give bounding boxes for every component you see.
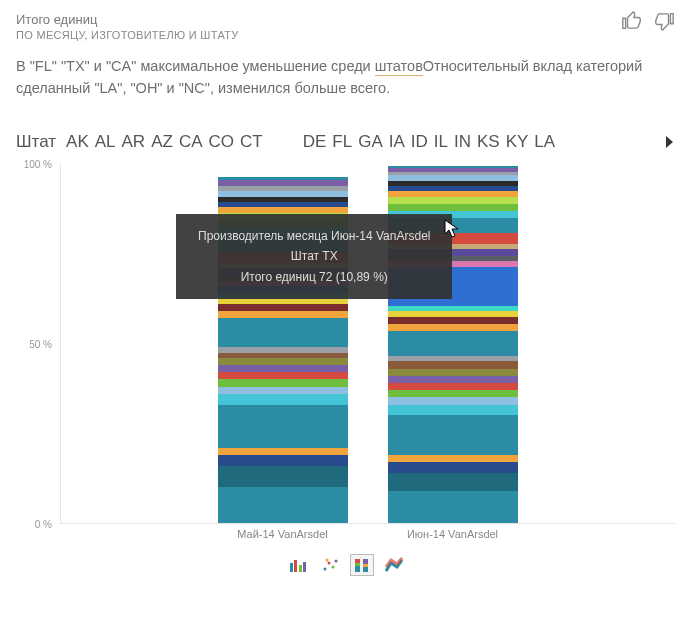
svg-point-7 — [334, 559, 337, 562]
bar-segment[interactable] — [388, 415, 518, 454]
svg-rect-2 — [299, 565, 302, 572]
chart-type-clustered-icon[interactable] — [286, 554, 310, 576]
bar-segment[interactable] — [388, 317, 518, 324]
bar-segment[interactable] — [218, 455, 348, 466]
bar-segment[interactable] — [388, 390, 518, 397]
legend-item[interactable] — [269, 132, 297, 152]
bar-segment[interactable] — [388, 397, 518, 404]
bar-segment[interactable] — [388, 369, 518, 376]
bar-segment[interactable] — [388, 376, 518, 383]
bar-segment[interactable] — [388, 249, 518, 256]
legend-next-icon[interactable] — [665, 134, 675, 154]
bar-segment[interactable] — [388, 267, 518, 306]
bar-segment[interactable] — [388, 383, 518, 390]
y-axis: 100 % 50 % 0 % — [16, 164, 56, 524]
legend: Штат AKALARAZCACOCTDEFLGAIAIDILINKSKYLA — [0, 108, 691, 158]
bar-segment[interactable] — [218, 252, 348, 263]
svg-point-5 — [327, 561, 330, 564]
bar-segment[interactable] — [218, 227, 348, 234]
bar-segment[interactable] — [388, 331, 518, 356]
bar-segment[interactable] — [218, 487, 348, 523]
legend-item[interactable]: CA — [179, 132, 203, 152]
chart-type-scatter-icon[interactable] — [318, 554, 342, 576]
legend-item[interactable]: FL — [332, 132, 352, 152]
svg-point-6 — [331, 565, 334, 568]
bar-segment[interactable] — [388, 491, 518, 523]
bar-segment[interactable] — [218, 448, 348, 455]
legend-item[interactable]: GA — [358, 132, 383, 152]
bar-segment[interactable] — [218, 372, 348, 379]
legend-item[interactable]: AR — [122, 132, 146, 152]
svg-rect-1 — [294, 560, 297, 572]
legend-item[interactable]: DE — [303, 132, 327, 152]
legend-item[interactable]: IN — [454, 132, 471, 152]
svg-rect-11 — [355, 563, 360, 566]
chart-type-stacked-icon[interactable] — [350, 554, 374, 576]
svg-point-8 — [325, 558, 328, 561]
x-axis: Май-14 VanArsdel Июн-14 VanArsdel — [60, 524, 675, 544]
legend-item[interactable]: AZ — [151, 132, 173, 152]
bar-segment[interactable] — [388, 233, 518, 244]
bar-segment[interactable] — [388, 455, 518, 462]
legend-item[interactable]: LA — [534, 132, 555, 152]
bar-segment[interactable] — [218, 387, 348, 394]
legend-item[interactable]: ID — [411, 132, 428, 152]
bar-segment[interactable] — [218, 405, 348, 448]
bar-segment[interactable] — [218, 394, 348, 405]
thumbs-up-icon[interactable] — [621, 10, 643, 36]
card-title: Итого единиц — [16, 12, 675, 27]
chart-type-switcher — [0, 544, 691, 576]
svg-rect-10 — [355, 559, 360, 563]
bar-segment[interactable] — [218, 234, 348, 252]
legend-item[interactable]: KY — [506, 132, 529, 152]
svg-rect-3 — [303, 562, 306, 572]
svg-rect-13 — [363, 559, 368, 564]
bar-segment[interactable] — [218, 268, 348, 275]
legend-label: Штат — [16, 132, 56, 152]
bar-segment[interactable] — [218, 365, 348, 372]
bar-segment[interactable] — [218, 318, 348, 347]
bar-may14[interactable] — [218, 164, 348, 523]
thumbs-down-icon[interactable] — [653, 10, 675, 36]
svg-point-4 — [323, 567, 326, 570]
svg-rect-14 — [363, 564, 368, 567]
bar-segment[interactable] — [218, 304, 348, 311]
legend-item[interactable]: IA — [389, 132, 405, 152]
bar-segment[interactable] — [218, 213, 348, 220]
legend-item[interactable]: KS — [477, 132, 500, 152]
legend-item[interactable]: CO — [209, 132, 235, 152]
bar-segment[interactable] — [388, 197, 518, 204]
bar-segment[interactable] — [218, 220, 348, 227]
legend-item[interactable]: CT — [240, 132, 263, 152]
bar-segment[interactable] — [388, 218, 518, 232]
bar-segment[interactable] — [388, 405, 518, 416]
bar-jun14[interactable] — [388, 164, 518, 523]
card-subtitle: ПО МЕСЯЦУ, ИЗГОТОВИТЕЛЮ И ШТАТУ — [16, 29, 675, 41]
bar-segment[interactable] — [388, 204, 518, 211]
bar-segment[interactable] — [388, 211, 518, 218]
stacked-bar-chart[interactable]: 100 % 50 % 0 % Май-14 VanArsdel Июн-14 V… — [16, 164, 675, 544]
bar-segment[interactable] — [218, 358, 348, 365]
legend-item[interactable]: IL — [434, 132, 448, 152]
svg-rect-0 — [290, 563, 293, 572]
legend-item[interactable]: AK — [66, 132, 89, 152]
legend-item[interactable]: AL — [95, 132, 116, 152]
insight-text: В "FL" "TX" и "CA" максимальное уменьшен… — [0, 55, 691, 108]
chart-type-ribbon-icon[interactable] — [382, 554, 406, 576]
bar-segment[interactable] — [388, 324, 518, 331]
bar-segment[interactable] — [218, 466, 348, 488]
bar-segment[interactable] — [218, 286, 348, 293]
bar-segment[interactable] — [388, 462, 518, 473]
bar-segment[interactable] — [388, 473, 518, 491]
bar-segment[interactable] — [218, 379, 348, 386]
bar-segment[interactable] — [388, 361, 518, 368]
bar-segment[interactable] — [218, 311, 348, 318]
